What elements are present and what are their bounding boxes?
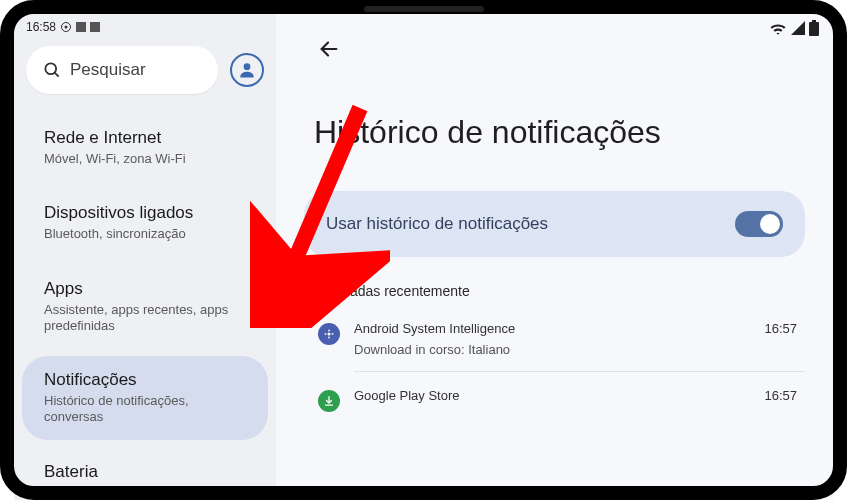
switch-on[interactable] <box>735 211 783 237</box>
status-bar-left: 16:58 <box>14 18 276 46</box>
sidebar-item-title: Rede e Internet <box>44 128 246 148</box>
battery-icon <box>809 20 819 36</box>
back-button[interactable] <box>304 20 805 70</box>
sidebar-item-title: Apps <box>44 279 246 299</box>
sidebar-item-sub: Histórico de notificações, conversas <box>44 393 246 426</box>
toggle-label: Usar histórico de notificações <box>326 214 548 234</box>
person-icon <box>237 60 257 80</box>
arrow-back-icon <box>318 38 340 60</box>
sidebar-item-connected-devices[interactable]: Dispositivos ligados Bluetooth, sincroni… <box>22 189 268 256</box>
svg-point-10 <box>328 333 331 336</box>
sidebar-item-title: Notificações <box>44 370 246 390</box>
search-placeholder: Pesquisar <box>70 60 146 80</box>
profile-avatar[interactable] <box>230 53 264 87</box>
settings-sidebar: 16:58 Pesquisar Rede e Internet Móvel, W… <box>14 14 276 500</box>
divider <box>354 371 805 372</box>
status-icon <box>76 22 86 32</box>
svg-rect-2 <box>76 22 86 32</box>
svg-rect-3 <box>90 22 100 32</box>
search-input[interactable]: Pesquisar <box>26 46 218 94</box>
switch-thumb <box>760 214 780 234</box>
sidebar-item-battery[interactable]: Bateria <box>22 448 268 499</box>
sidebar-item-title: Bateria <box>44 462 246 482</box>
main-panel: Histórico de notificações Usar histórico… <box>276 14 833 500</box>
sidebar-item-apps[interactable]: Apps Assistente, apps recentes, apps pre… <box>22 265 268 349</box>
notification-app-name: Google Play Store <box>354 388 750 403</box>
toggle-notification-history[interactable]: Usar histórico de notificações <box>304 191 805 257</box>
notification-row[interactable]: Android System Intelligence Download in … <box>304 313 805 369</box>
svg-rect-7 <box>809 22 819 36</box>
app-icon-android-system-intelligence <box>318 323 340 345</box>
svg-line-5 <box>55 73 59 77</box>
notification-row[interactable]: Google Play Store 16:57 <box>304 380 805 424</box>
sidebar-item-sub: Móvel, Wi-Fi, zona Wi-Fi <box>44 151 246 167</box>
signal-icon <box>791 21 805 35</box>
page-title: Histórico de notificações <box>314 114 805 151</box>
app-icon-google-play-store <box>318 390 340 412</box>
sidebar-item-title: Dispositivos ligados <box>44 203 246 223</box>
notification-text: Download in corso: Italiano <box>354 342 750 357</box>
svg-point-6 <box>244 63 251 70</box>
notification-app-name: Android System Intelligence <box>354 321 750 336</box>
status-icon <box>90 22 100 32</box>
notification-time: 16:57 <box>764 388 797 403</box>
svg-rect-8 <box>812 20 816 22</box>
notification-time: 16:57 <box>764 321 797 336</box>
sidebar-item-notifications[interactable]: Notificações Histórico de notificações, … <box>22 356 268 440</box>
section-header-recently-dismissed: Ignoradas recentemente <box>318 283 805 299</box>
search-icon <box>42 60 62 80</box>
sidebar-item-sub: Bluetooth, sincronização <box>44 226 246 242</box>
svg-point-1 <box>65 26 68 29</box>
status-bar-right <box>769 20 819 36</box>
sidebar-item-network[interactable]: Rede e Internet Móvel, Wi-Fi, zona Wi-Fi <box>22 114 268 181</box>
sidebar-item-sub: Assistente, apps recentes, apps predefin… <box>44 302 246 335</box>
wifi-icon <box>769 21 787 35</box>
status-icon <box>60 21 72 33</box>
svg-point-4 <box>45 63 56 74</box>
clock: 16:58 <box>26 20 56 34</box>
